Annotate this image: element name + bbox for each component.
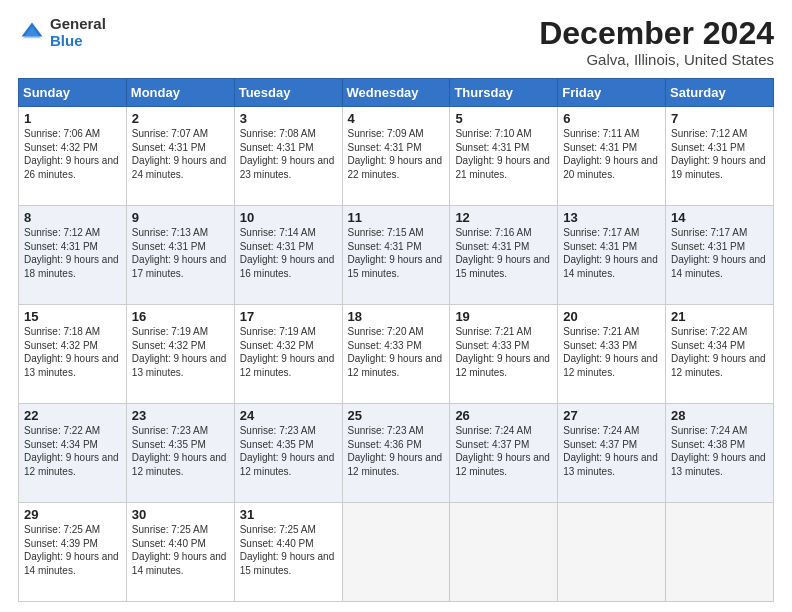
day-number: 9 xyxy=(132,210,229,225)
logo-general-text: General xyxy=(50,16,106,33)
day-info: Sunrise: 7:21 AMSunset: 4:33 PMDaylight:… xyxy=(563,326,658,378)
month-title: December 2024 xyxy=(539,16,774,51)
day-number: 15 xyxy=(24,309,121,324)
day-info: Sunrise: 7:19 AMSunset: 4:32 PMDaylight:… xyxy=(132,326,227,378)
day-number: 11 xyxy=(348,210,445,225)
table-row xyxy=(666,503,774,602)
table-row: 11Sunrise: 7:15 AMSunset: 4:31 PMDayligh… xyxy=(342,206,450,305)
day-number: 6 xyxy=(563,111,660,126)
header: General Blue December 2024 Galva, Illino… xyxy=(18,16,774,68)
table-row: 22Sunrise: 7:22 AMSunset: 4:34 PMDayligh… xyxy=(19,404,127,503)
calendar-week-row: 1Sunrise: 7:06 AMSunset: 4:32 PMDaylight… xyxy=(19,107,774,206)
title-block: December 2024 Galva, Illinois, United St… xyxy=(539,16,774,68)
day-info: Sunrise: 7:18 AMSunset: 4:32 PMDaylight:… xyxy=(24,326,119,378)
day-info: Sunrise: 7:23 AMSunset: 4:36 PMDaylight:… xyxy=(348,425,443,477)
day-number: 10 xyxy=(240,210,337,225)
day-number: 2 xyxy=(132,111,229,126)
day-info: Sunrise: 7:20 AMSunset: 4:33 PMDaylight:… xyxy=(348,326,443,378)
day-number: 22 xyxy=(24,408,121,423)
day-info: Sunrise: 7:24 AMSunset: 4:37 PMDaylight:… xyxy=(563,425,658,477)
calendar-week-row: 8Sunrise: 7:12 AMSunset: 4:31 PMDaylight… xyxy=(19,206,774,305)
day-info: Sunrise: 7:24 AMSunset: 4:37 PMDaylight:… xyxy=(455,425,550,477)
table-row: 12Sunrise: 7:16 AMSunset: 4:31 PMDayligh… xyxy=(450,206,558,305)
day-info: Sunrise: 7:22 AMSunset: 4:34 PMDaylight:… xyxy=(24,425,119,477)
logo: General Blue xyxy=(18,16,106,49)
day-number: 30 xyxy=(132,507,229,522)
day-info: Sunrise: 7:23 AMSunset: 4:35 PMDaylight:… xyxy=(240,425,335,477)
day-info: Sunrise: 7:21 AMSunset: 4:33 PMDaylight:… xyxy=(455,326,550,378)
day-info: Sunrise: 7:24 AMSunset: 4:38 PMDaylight:… xyxy=(671,425,766,477)
table-row: 21Sunrise: 7:22 AMSunset: 4:34 PMDayligh… xyxy=(666,305,774,404)
calendar-table: Sunday Monday Tuesday Wednesday Thursday… xyxy=(18,78,774,602)
table-row: 19Sunrise: 7:21 AMSunset: 4:33 PMDayligh… xyxy=(450,305,558,404)
day-number: 27 xyxy=(563,408,660,423)
day-info: Sunrise: 7:22 AMSunset: 4:34 PMDaylight:… xyxy=(671,326,766,378)
day-number: 8 xyxy=(24,210,121,225)
day-info: Sunrise: 7:13 AMSunset: 4:31 PMDaylight:… xyxy=(132,227,227,279)
table-row: 7Sunrise: 7:12 AMSunset: 4:31 PMDaylight… xyxy=(666,107,774,206)
table-row: 27Sunrise: 7:24 AMSunset: 4:37 PMDayligh… xyxy=(558,404,666,503)
col-saturday: Saturday xyxy=(666,79,774,107)
col-thursday: Thursday xyxy=(450,79,558,107)
day-number: 12 xyxy=(455,210,552,225)
day-info: Sunrise: 7:14 AMSunset: 4:31 PMDaylight:… xyxy=(240,227,335,279)
table-row: 8Sunrise: 7:12 AMSunset: 4:31 PMDaylight… xyxy=(19,206,127,305)
day-number: 19 xyxy=(455,309,552,324)
logo-blue-text: Blue xyxy=(50,33,106,50)
day-number: 17 xyxy=(240,309,337,324)
table-row: 3Sunrise: 7:08 AMSunset: 4:31 PMDaylight… xyxy=(234,107,342,206)
day-info: Sunrise: 7:17 AMSunset: 4:31 PMDaylight:… xyxy=(671,227,766,279)
table-row: 31Sunrise: 7:25 AMSunset: 4:40 PMDayligh… xyxy=(234,503,342,602)
location-title: Galva, Illinois, United States xyxy=(539,51,774,68)
table-row: 9Sunrise: 7:13 AMSunset: 4:31 PMDaylight… xyxy=(126,206,234,305)
day-info: Sunrise: 7:25 AMSunset: 4:40 PMDaylight:… xyxy=(132,524,227,576)
day-info: Sunrise: 7:12 AMSunset: 4:31 PMDaylight:… xyxy=(24,227,119,279)
day-number: 1 xyxy=(24,111,121,126)
day-number: 23 xyxy=(132,408,229,423)
day-number: 3 xyxy=(240,111,337,126)
col-sunday: Sunday xyxy=(19,79,127,107)
day-info: Sunrise: 7:25 AMSunset: 4:40 PMDaylight:… xyxy=(240,524,335,576)
table-row: 23Sunrise: 7:23 AMSunset: 4:35 PMDayligh… xyxy=(126,404,234,503)
day-info: Sunrise: 7:12 AMSunset: 4:31 PMDaylight:… xyxy=(671,128,766,180)
calendar-week-row: 15Sunrise: 7:18 AMSunset: 4:32 PMDayligh… xyxy=(19,305,774,404)
logo-text: General Blue xyxy=(50,16,106,49)
page: General Blue December 2024 Galva, Illino… xyxy=(0,0,792,612)
day-info: Sunrise: 7:10 AMSunset: 4:31 PMDaylight:… xyxy=(455,128,550,180)
day-number: 5 xyxy=(455,111,552,126)
col-wednesday: Wednesday xyxy=(342,79,450,107)
day-info: Sunrise: 7:17 AMSunset: 4:31 PMDaylight:… xyxy=(563,227,658,279)
table-row: 14Sunrise: 7:17 AMSunset: 4:31 PMDayligh… xyxy=(666,206,774,305)
day-number: 18 xyxy=(348,309,445,324)
day-info: Sunrise: 7:07 AMSunset: 4:31 PMDaylight:… xyxy=(132,128,227,180)
table-row: 16Sunrise: 7:19 AMSunset: 4:32 PMDayligh… xyxy=(126,305,234,404)
day-number: 25 xyxy=(348,408,445,423)
day-number: 20 xyxy=(563,309,660,324)
table-row: 25Sunrise: 7:23 AMSunset: 4:36 PMDayligh… xyxy=(342,404,450,503)
col-friday: Friday xyxy=(558,79,666,107)
table-row: 13Sunrise: 7:17 AMSunset: 4:31 PMDayligh… xyxy=(558,206,666,305)
calendar-week-row: 22Sunrise: 7:22 AMSunset: 4:34 PMDayligh… xyxy=(19,404,774,503)
table-row: 26Sunrise: 7:24 AMSunset: 4:37 PMDayligh… xyxy=(450,404,558,503)
day-info: Sunrise: 7:16 AMSunset: 4:31 PMDaylight:… xyxy=(455,227,550,279)
table-row: 10Sunrise: 7:14 AMSunset: 4:31 PMDayligh… xyxy=(234,206,342,305)
day-number: 16 xyxy=(132,309,229,324)
table-row xyxy=(342,503,450,602)
day-number: 14 xyxy=(671,210,768,225)
day-number: 31 xyxy=(240,507,337,522)
table-row: 17Sunrise: 7:19 AMSunset: 4:32 PMDayligh… xyxy=(234,305,342,404)
day-info: Sunrise: 7:15 AMSunset: 4:31 PMDaylight:… xyxy=(348,227,443,279)
day-number: 26 xyxy=(455,408,552,423)
table-row xyxy=(450,503,558,602)
day-info: Sunrise: 7:23 AMSunset: 4:35 PMDaylight:… xyxy=(132,425,227,477)
table-row: 18Sunrise: 7:20 AMSunset: 4:33 PMDayligh… xyxy=(342,305,450,404)
day-info: Sunrise: 7:25 AMSunset: 4:39 PMDaylight:… xyxy=(24,524,119,576)
table-row: 24Sunrise: 7:23 AMSunset: 4:35 PMDayligh… xyxy=(234,404,342,503)
day-number: 21 xyxy=(671,309,768,324)
day-number: 4 xyxy=(348,111,445,126)
calendar-header-row: Sunday Monday Tuesday Wednesday Thursday… xyxy=(19,79,774,107)
table-row: 15Sunrise: 7:18 AMSunset: 4:32 PMDayligh… xyxy=(19,305,127,404)
col-monday: Monday xyxy=(126,79,234,107)
table-row: 28Sunrise: 7:24 AMSunset: 4:38 PMDayligh… xyxy=(666,404,774,503)
table-row xyxy=(558,503,666,602)
